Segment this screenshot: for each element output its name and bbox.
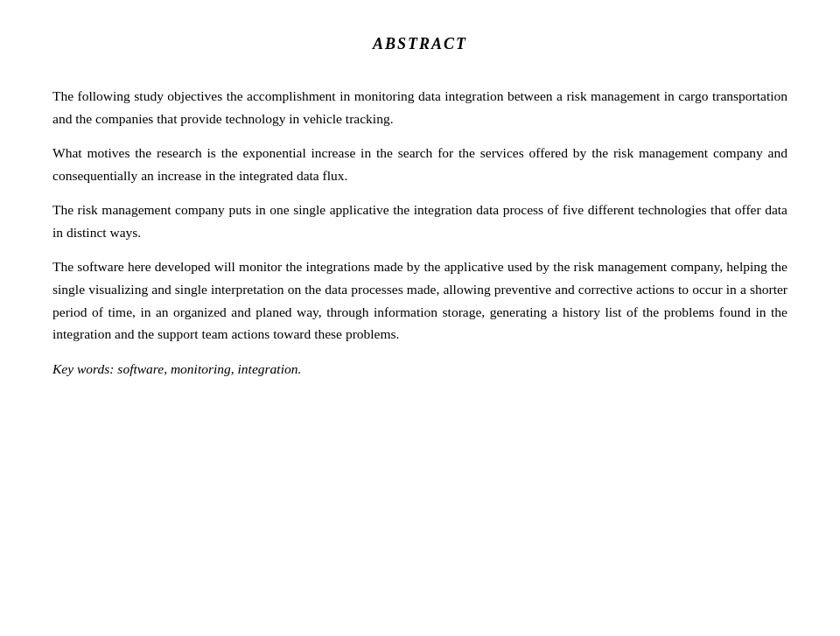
abstract-body: The following study objectives the accom… — [52, 85, 788, 380]
keywords-line: Key words: software, monitoring, integra… — [52, 358, 788, 381]
abstract-title: ABSTRACT — [52, 35, 788, 53]
paragraph-1: The following study objectives the accom… — [52, 85, 788, 129]
paragraph-3: The risk management company puts in one … — [52, 199, 788, 243]
keywords-text: software, monitoring, integration. — [114, 361, 301, 376]
paragraph-2: What motives the research is the exponen… — [52, 142, 788, 186]
keywords-label: Key words: — [52, 361, 114, 376]
paragraph-4: The software here developed will monitor… — [52, 255, 788, 345]
page: ABSTRACT The following study objectives … — [0, 0, 840, 636]
